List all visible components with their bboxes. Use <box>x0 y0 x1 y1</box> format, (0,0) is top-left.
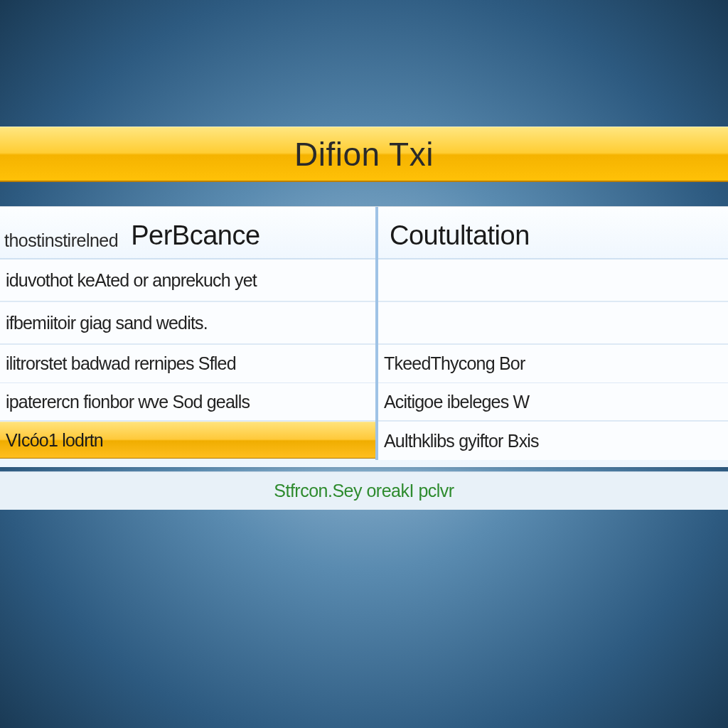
right-header[interactable]: Coutultation <box>378 207 728 259</box>
list-item[interactable]: iduvothot keAted or anprekuch yet <box>0 259 375 302</box>
left-header[interactable]: thostinstirelned PerBcance <box>0 207 375 259</box>
list-item[interactable]: TkeedThycong Bor <box>378 345 728 383</box>
list-item[interactable]: Acitigoe ibeleges W <box>378 383 728 422</box>
list-item[interactable]: Aulthklibs gyiftor Bxis <box>378 422 728 460</box>
window-title: Difion Txi <box>294 135 434 173</box>
main-panel: thostinstirelned PerBcance iduvothot keA… <box>0 206 728 467</box>
status-bar: Stfrcon.Sey oreakI pclvr <box>0 471 728 510</box>
list-item[interactable] <box>378 259 728 302</box>
title-bar: Difion Txi <box>0 127 728 182</box>
right-column: Coutultation TkeedThycong Bor Acitigoe i… <box>378 207 728 460</box>
left-column: thostinstirelned PerBcance iduvothot keA… <box>0 207 378 460</box>
list-item[interactable] <box>378 302 728 345</box>
list-item-selected[interactable]: VIcóo1 lodrtn <box>0 422 375 459</box>
list-item[interactable]: ifbemiitoir giag sand wedits. <box>0 302 375 345</box>
list-item[interactable]: ilitrorstet badwad rernipes Sfled <box>0 345 375 383</box>
left-header-large: PerBcance <box>131 220 259 251</box>
list-item[interactable]: ipaterercn fionbor wve Sod gealls <box>0 383 375 422</box>
right-header-text: Coutultation <box>382 220 530 251</box>
left-header-small: thostinstirelned <box>4 230 118 251</box>
status-text: Stfrcon.Sey oreakI pclvr <box>274 481 454 501</box>
